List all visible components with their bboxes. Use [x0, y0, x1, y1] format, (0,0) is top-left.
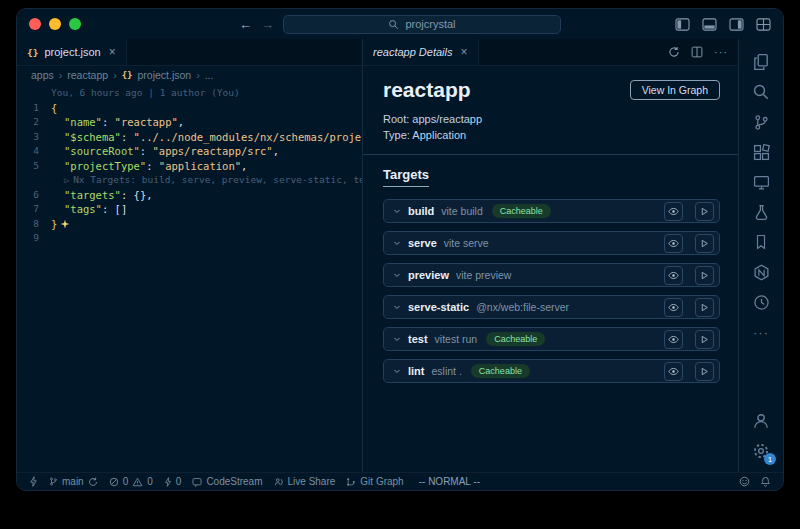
git-branch-item[interactable]: main: [49, 476, 98, 487]
toggle-panel-bottom-icon[interactable]: [702, 18, 717, 31]
chevron-down-icon[interactable]: [393, 335, 401, 343]
chevron-right-icon: ›: [59, 69, 63, 81]
problems-item[interactable]: 0 0: [109, 476, 153, 487]
remote-indicator[interactable]: [29, 476, 38, 487]
chevron-down-icon[interactable]: [393, 303, 401, 311]
eye-icon: [668, 302, 679, 313]
settings-button[interactable]: 1: [739, 436, 783, 466]
toggle-sidebar-right-icon[interactable]: [729, 18, 744, 31]
window-controls: [29, 18, 81, 30]
code-line: 4 "sourceRoot": "apps/reactapp/src",: [17, 144, 362, 159]
play-icon: [700, 335, 709, 344]
chevron-down-icon[interactable]: [393, 367, 401, 375]
toggle-sidebar-left-icon[interactable]: [675, 18, 690, 31]
cacheable-badge: Cacheable: [486, 332, 545, 346]
run-target-button[interactable]: [695, 330, 714, 349]
tab-project-json[interactable]: {} project.json ×: [17, 39, 127, 65]
sidebar-item-remote-explorer[interactable]: [739, 167, 783, 197]
close-window-button[interactable]: [29, 18, 41, 30]
target-row-serve-static[interactable]: serve-static @nx/web:file-server: [383, 295, 720, 319]
target-row-serve[interactable]: serve vite serve: [383, 231, 720, 255]
zap-counter-item[interactable]: 0: [164, 476, 182, 487]
notifications-item[interactable]: [760, 476, 771, 487]
code-line: 2 "name": "reactapp",: [17, 115, 362, 130]
layout-controls: [675, 18, 771, 31]
sidebar-item-nx-console[interactable]: [739, 257, 783, 287]
codestream-item[interactable]: CodeStream: [192, 476, 262, 487]
sidebar-item-timeline[interactable]: [739, 287, 783, 317]
reveal-target-button[interactable]: [664, 266, 683, 285]
live-share-item[interactable]: Live Share: [274, 476, 336, 487]
sidebar-item-extensions[interactable]: [739, 137, 783, 167]
extensions-icon: [753, 144, 770, 161]
play-icon: [700, 367, 709, 376]
json-file-icon: {}: [27, 47, 38, 58]
eye-icon: [668, 206, 679, 217]
reveal-target-button[interactable]: [664, 298, 683, 317]
bell-icon: [760, 476, 771, 487]
target-row-preview[interactable]: preview vite preview: [383, 263, 720, 287]
breadcrumb-item-file[interactable]: project.json: [138, 69, 192, 81]
vim-mode-indicator: -- NORMAL --: [419, 476, 480, 487]
forward-arrow-icon[interactable]: →: [261, 17, 274, 32]
close-icon[interactable]: ×: [461, 46, 468, 58]
zap-icon: [164, 477, 172, 487]
sidebar-item-search[interactable]: [739, 77, 783, 107]
run-target-button[interactable]: [695, 362, 714, 381]
back-arrow-icon[interactable]: ←: [239, 17, 252, 32]
sidebar-item-explorer[interactable]: [739, 47, 783, 77]
json-file-icon: {}: [122, 70, 133, 80]
chevron-down-icon[interactable]: [393, 239, 401, 247]
close-icon[interactable]: ×: [109, 46, 116, 58]
sidebar-item-bookmarks[interactable]: [739, 227, 783, 257]
sidebar-item-more[interactable]: ···: [739, 317, 783, 347]
target-row-lint[interactable]: lint eslint . Cacheable: [383, 359, 720, 383]
maximize-window-button[interactable]: [69, 18, 81, 30]
reveal-target-button[interactable]: [664, 362, 683, 381]
play-icon: [700, 271, 709, 280]
run-target-button[interactable]: [695, 266, 714, 285]
feedback-item[interactable]: [739, 476, 750, 487]
tab-reactapp-details[interactable]: reactapp Details ×: [363, 39, 479, 65]
target-row-test[interactable]: test vitest run Cacheable: [383, 327, 720, 351]
notification-badge: 1: [764, 453, 776, 465]
line-number: 5: [17, 159, 51, 174]
run-target-button[interactable]: [695, 202, 714, 221]
run-target-button[interactable]: [695, 298, 714, 317]
eye-icon: [668, 334, 679, 345]
target-row-build[interactable]: build vite build Cacheable: [383, 199, 720, 223]
gitlens-blame-codelens[interactable]: You, 6 hours ago | 1 author (You): [17, 86, 362, 101]
reveal-target-button[interactable]: [664, 234, 683, 253]
minimize-window-button[interactable]: [49, 18, 61, 30]
chevron-down-icon[interactable]: [393, 271, 401, 279]
refresh-icon[interactable]: [668, 46, 680, 58]
reveal-target-button[interactable]: [664, 202, 683, 221]
view-in-graph-button[interactable]: View In Graph: [630, 80, 720, 100]
breadcrumb-item-apps[interactable]: apps: [31, 69, 54, 81]
chevron-down-icon[interactable]: [393, 207, 401, 215]
reveal-target-button[interactable]: [664, 330, 683, 349]
git-branch-icon: [753, 114, 770, 131]
editor-actions: ···: [668, 39, 738, 65]
bookmark-icon: [753, 234, 769, 250]
sidebar-item-source-control[interactable]: [739, 107, 783, 137]
git-graph-item[interactable]: Git Graph: [346, 476, 403, 487]
code-editor[interactable]: You, 6 hours ago | 1 author (You) 1 { 2 …: [17, 83, 362, 472]
run-target-button[interactable]: [695, 234, 714, 253]
sidebar-item-testing[interactable]: [739, 197, 783, 227]
breadcrumb-item-reactapp[interactable]: reactapp: [67, 69, 108, 81]
eye-icon: [668, 238, 679, 249]
line-number: 1: [17, 101, 51, 116]
split-editor-icon[interactable]: [691, 46, 703, 58]
breadcrumb-item-more[interactable]: ...: [205, 69, 214, 81]
nx-targets-codelens[interactable]: ▷Nx Targets: build, serve, preview, serv…: [17, 173, 362, 188]
project-root-row: Root: apps/reactapp: [383, 111, 720, 127]
command-center-search[interactable]: projcrystal: [283, 15, 561, 34]
chevron-right-icon: ›: [196, 69, 200, 81]
breadcrumb: apps › reactapp › {} project.json › ...: [17, 66, 362, 83]
accounts-button[interactable]: [739, 406, 783, 436]
more-actions-icon[interactable]: ···: [714, 46, 728, 58]
customize-layout-icon[interactable]: [756, 18, 771, 31]
nx-project-details-panel: reactapp View In Graph Root: apps/reacta…: [363, 66, 738, 472]
code-line: 7 "tags": []: [17, 202, 362, 217]
